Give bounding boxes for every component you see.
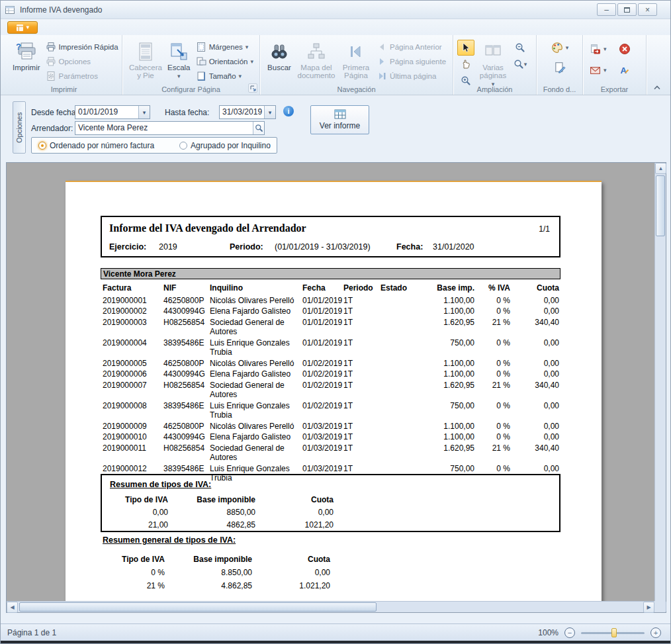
arrendador-search-button[interactable] — [253, 122, 264, 134]
impresion-rapida-button[interactable]: Impresión Rápida — [43, 40, 121, 54]
group-label-ampliacion: Ampliación — [453, 85, 536, 93]
orden-radio-group: Ordenado por número factura Agrupado por… — [31, 137, 277, 154]
ribbon-collapse-button[interactable] — [650, 82, 664, 92]
radio-agrupado-inquilino[interactable]: Agrupado por Inquilino — [179, 141, 271, 150]
chevron-down-icon: ▾ — [604, 68, 607, 73]
ribbon-group-exportar: ▾ ▾ — [583, 35, 647, 95]
ribbon: ? Imprimir Impresión Rápida — [1, 35, 670, 95]
varias-paginas-button[interactable]: Varias páginas ▾ — [474, 38, 512, 88]
invoice-row: 2019000006 44300994G Elena Fajardo Galis… — [103, 369, 560, 380]
desde-fecha-label: Desde fecha: — [31, 108, 78, 117]
cerrar-vista-previa-button[interactable] — [616, 42, 633, 56]
vertical-scroll-thumb[interactable] — [656, 175, 665, 236]
scroll-up-button[interactable]: ▲ — [655, 163, 666, 174]
print-options-icon — [46, 56, 56, 67]
arrow-left-icon: ◀ — [10, 604, 14, 610]
pagina-anterior-button[interactable]: Página Anterior — [374, 40, 449, 54]
hasta-fecha-dropdown-button[interactable]: ▾ — [264, 106, 275, 118]
tamano-button[interactable]: Tamaño ▾ — [193, 69, 256, 83]
chevron-down-icon: ▾ — [239, 73, 242, 79]
cabecera-pie-button[interactable]: Cabecera y Pie — [126, 38, 165, 80]
arrendador-field[interactable]: Vicente Mora Perez — [75, 121, 265, 135]
opciones-button[interactable]: Opciones — [43, 54, 121, 69]
zoom-slider-thumb[interactable] — [611, 628, 617, 637]
editar-texto-button[interactable]: A — [616, 63, 633, 77]
enviar-email-button[interactable]: ▾ — [587, 63, 609, 77]
report-title: Informe del IVA devengado del Arrendador — [109, 222, 306, 234]
group-label-navegacion: Navegación — [260, 85, 453, 93]
hasta-fecha-combo[interactable]: 31/03/2019 ▾ — [219, 105, 276, 119]
ver-informe-button[interactable]: Ver informe — [310, 105, 369, 134]
hand-tool-button[interactable] — [457, 56, 474, 72]
zoom-in-button[interactable]: + — [650, 627, 661, 638]
iva-summary-box: Resumen de tipos de IVA: Tipo de IVA Bas… — [101, 474, 560, 532]
maximize-button[interactable] — [617, 3, 637, 16]
pointer-tool-button[interactable] — [457, 40, 474, 56]
tab-opciones[interactable]: Opciones — [13, 101, 26, 154]
margenes-button[interactable]: Márgenes ▾ — [193, 40, 256, 54]
group-label-exportar: Exportar — [583, 85, 646, 93]
zoom-icon — [514, 59, 524, 69]
marca-agua-button[interactable] — [551, 60, 568, 75]
ribbon-group-ampliacion: Varias páginas ▾ ▾ — [453, 35, 537, 95]
periodo-value: (01/01/2019 - 31/03/2019) — [275, 242, 371, 252]
info-icon[interactable]: i — [283, 106, 294, 116]
preview-canvas[interactable]: Informe del IVA devengado del Arrendador… — [7, 163, 654, 601]
orientacion-button[interactable]: Orientación ▾ — [193, 54, 256, 69]
buscar-button[interactable]: Buscar — [264, 38, 294, 72]
invoice-row: 2019000002 44300994G Elena Fajardo Galis… — [103, 306, 560, 317]
iva-summary-title: Resumen de tipos de IVA: — [110, 480, 559, 489]
zoom-slider[interactable] — [581, 627, 645, 638]
maximize-icon — [624, 7, 630, 13]
pagina-siguiente-button[interactable]: Página siguiente — [374, 54, 449, 69]
search-icon — [255, 124, 263, 132]
radio-ordenado-numero-factura[interactable]: Ordenado por número factura — [38, 141, 154, 150]
app-window: Informe IVA devengado – × ▾ ? Imprimir — [0, 0, 671, 644]
primera-pagina-button[interactable]: Primera Página — [338, 38, 374, 80]
minimize-button[interactable]: – — [597, 3, 616, 16]
first-page-icon — [346, 42, 366, 62]
scroll-right-button[interactable]: ▶ — [643, 602, 654, 613]
parametros-button[interactable]: Parámetros — [43, 69, 121, 83]
palette-icon — [551, 42, 563, 54]
imprimir-button[interactable]: ? Imprimir — [10, 38, 43, 72]
scroll-left-button[interactable]: ◀ — [7, 602, 18, 613]
scale-icon — [169, 42, 189, 62]
iva-summary-row: 0,00 8850,00 0,00 — [110, 506, 559, 519]
iva-summary-row: 21,00 4862,85 1021,20 — [110, 519, 559, 531]
ejercicio-value: 2019 — [159, 242, 177, 252]
zoom-out-button[interactable]: − — [564, 627, 575, 638]
close-button[interactable]: × — [638, 3, 657, 16]
report-page-indicator: 1/1 — [539, 224, 550, 234]
desde-fecha-dropdown-button[interactable]: ▾ — [138, 106, 150, 118]
group-label-imprimir: Imprimir — [6, 85, 122, 93]
application-menu-button[interactable]: ▾ — [7, 21, 38, 34]
general-summary-body: 0 % 8.850,00 0,00 21 % 4.862,85 1.021,20 — [107, 566, 330, 592]
ultima-pagina-button[interactable]: Última página — [374, 69, 449, 83]
invoice-row: 2019000007 H08256854 Sociedad General de… — [103, 380, 560, 400]
arrendador-value: Vicente Mora Perez — [75, 122, 253, 134]
horizontal-scrollbar[interactable]: ◀ ▶ — [7, 601, 654, 612]
invoice-table: Factura NIF Inquilino Fecha Periodo Esta… — [103, 283, 560, 484]
close-icon: × — [645, 5, 650, 15]
desde-fecha-combo[interactable]: 01/01/2019 ▾ — [75, 105, 150, 119]
exportar-documento-button[interactable]: ▾ — [587, 42, 609, 56]
hasta-fecha-value: 31/03/2019 — [220, 106, 264, 118]
svg-text:A: A — [620, 66, 627, 75]
printer-icon: ? — [16, 42, 37, 62]
zoom-out-button[interactable] — [512, 40, 529, 56]
fecha-label: Fecha: — [396, 242, 423, 252]
escala-button[interactable]: Escala ▾ — [165, 38, 193, 80]
binoculars-search-icon — [269, 42, 289, 62]
email-icon — [590, 65, 601, 76]
horizontal-scroll-thumb[interactable] — [19, 602, 377, 612]
radio-selected-icon — [38, 142, 46, 150]
general-summary-title: Resumen general de tipos de IVA: — [103, 535, 236, 545]
vertical-scrollbar[interactable]: ▲ ▼ — [654, 163, 666, 612]
zoom-dropdown-button[interactable]: ▾ — [512, 56, 529, 72]
arrow-right-icon: ▶ — [647, 604, 650, 610]
mapa-documento-button[interactable]: Mapa del documento — [294, 38, 338, 80]
orientation-icon — [196, 56, 206, 67]
color-fondo-button[interactable]: ▾ — [549, 40, 572, 55]
document-map-icon — [306, 42, 326, 62]
